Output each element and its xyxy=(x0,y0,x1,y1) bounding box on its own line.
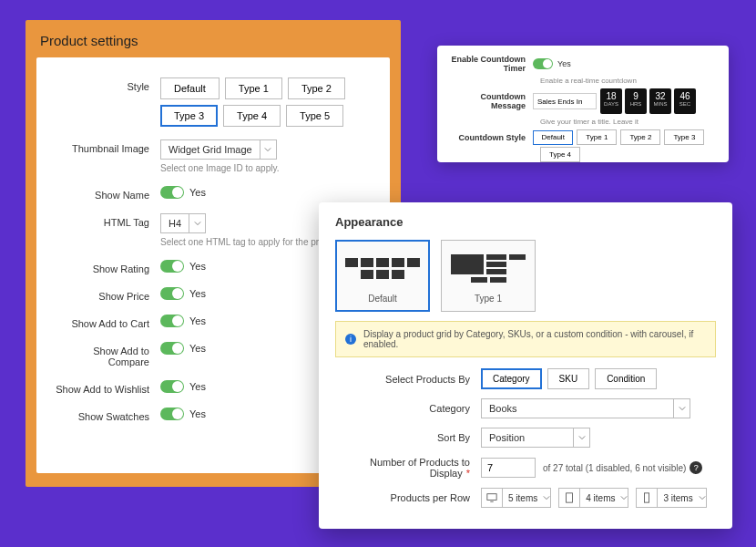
countdown-style-type4[interactable]: Type 4 xyxy=(540,147,580,162)
show-wishlist-label: Show Add to Wishlist xyxy=(53,380,160,395)
svg-rect-2 xyxy=(645,493,649,502)
countdown-message-label: Countdown Message xyxy=(446,92,533,110)
enable-countdown-help: Enable a real-time countdown xyxy=(540,77,716,85)
per-row-label: Products per Row xyxy=(335,492,481,503)
per-row-desktop-select[interactable]: 5 items xyxy=(481,488,551,508)
show-swatches-label: Show Swatches xyxy=(53,408,160,422)
countdown-style-type3[interactable]: Type 3 xyxy=(664,129,704,145)
per-row-tablet-select[interactable]: 4 items xyxy=(558,488,628,508)
svg-rect-0 xyxy=(487,494,496,501)
sort-by-value: Position xyxy=(482,432,573,443)
thumbnail-select[interactable]: Widget Grid Image xyxy=(160,139,277,160)
show-cart-value: Yes xyxy=(189,315,206,326)
layout-type1-icon xyxy=(447,250,529,286)
countdown-message-help: Give your timer a title. Leave it xyxy=(540,118,716,126)
style-option-type4[interactable]: Type 4 xyxy=(223,105,281,127)
sort-by-select[interactable]: Position xyxy=(481,428,590,448)
countdown-style-type1[interactable]: Type 1 xyxy=(577,129,617,145)
num-products-label: Number of Products to Display* xyxy=(335,457,481,479)
style-option-type1[interactable]: Type 1 xyxy=(225,77,282,99)
style-option-type3[interactable]: Type 3 xyxy=(160,105,218,127)
show-rating-value: Yes xyxy=(189,261,206,272)
info-icon: i xyxy=(345,334,356,345)
show-name-toggle[interactable]: Yes xyxy=(160,186,373,199)
style-option-type2[interactable]: Type 2 xyxy=(288,77,345,99)
category-select[interactable]: Books xyxy=(481,398,690,418)
style-option-type5[interactable]: Type 5 xyxy=(286,105,343,127)
chevron-down-icon xyxy=(573,428,589,447)
countdown-timer-preview: 18DAYS 9HRS 32MINS 46SEC xyxy=(600,88,696,114)
appearance-tile-type1-label: Type 1 xyxy=(447,294,529,304)
appearance-title: Appearance xyxy=(335,215,732,229)
select-products-by-label: Select Products By xyxy=(335,374,481,385)
style-label: Style xyxy=(53,77,160,92)
appearance-info-text: Display a product grid by Category, SKUs… xyxy=(363,329,706,349)
enable-countdown-toggle[interactable] xyxy=(533,58,553,69)
num-products-input[interactable] xyxy=(481,458,536,478)
style-option-default[interactable]: Default xyxy=(160,77,220,99)
chevron-down-icon xyxy=(189,214,205,232)
chevron-down-icon xyxy=(699,492,706,503)
countdown-style-default[interactable]: Default xyxy=(533,130,573,145)
countdown-days: 18DAYS xyxy=(600,88,622,114)
countdown-style-type2[interactable]: Type 2 xyxy=(620,129,660,145)
per-row-desktop-value: 5 items xyxy=(503,493,543,503)
product-settings-title: Product settings xyxy=(40,33,390,48)
countdown-sec: 46SEC xyxy=(674,88,696,114)
category-value: Books xyxy=(482,403,673,414)
show-swatches-value: Yes xyxy=(189,408,206,419)
per-row-mobile-select[interactable]: 3 items xyxy=(636,488,706,508)
enable-countdown-value: Yes xyxy=(557,59,571,68)
sort-by-label: Sort By xyxy=(335,432,481,443)
style-button-group: Default Type 1 Type 2 Type 3 Type 4 Type… xyxy=(160,77,373,127)
html-tag-label: HTML Tag xyxy=(53,213,160,228)
help-icon[interactable]: ? xyxy=(690,461,702,474)
html-tag-value: H4 xyxy=(161,218,189,229)
appearance-tile-default[interactable]: Default xyxy=(335,240,430,312)
show-price-label: Show Price xyxy=(53,287,160,302)
num-products-hint: of 27 total (1 disabled, 6 not visible) … xyxy=(543,461,702,474)
show-rating-label: Show Rating xyxy=(53,260,160,274)
enable-countdown-label: Enable Countdown Timer xyxy=(446,55,533,73)
appearance-info-banner: i Display a product grid by Category, SK… xyxy=(335,321,716,357)
countdown-style-label: Countdown Style xyxy=(446,133,533,142)
appearance-tile-type1[interactable]: Type 1 xyxy=(441,240,536,312)
tablet-icon xyxy=(559,489,580,507)
show-compare-label: Show Add to Compare xyxy=(53,342,160,367)
show-compare-value: Yes xyxy=(189,343,206,354)
select-by-sku[interactable]: SKU xyxy=(547,368,590,389)
chevron-down-icon xyxy=(620,492,628,503)
grid-icon xyxy=(342,250,424,286)
show-name-label: Show Name xyxy=(53,186,160,201)
show-wishlist-value: Yes xyxy=(189,381,206,392)
desktop-icon xyxy=(482,489,503,507)
html-tag-select[interactable]: H4 xyxy=(160,213,206,233)
appearance-panel: Appearance Default Type 1 i Display a pr… xyxy=(319,202,732,529)
category-label: Category xyxy=(335,403,481,414)
thumbnail-value: Widget Grid Image xyxy=(161,144,260,155)
svg-rect-1 xyxy=(567,493,573,502)
chevron-down-icon xyxy=(673,399,690,418)
thumbnail-label: Thumbnail Image xyxy=(53,139,160,154)
countdown-hrs: 9HRS xyxy=(625,88,647,114)
show-cart-label: Show Add to Cart xyxy=(53,315,160,329)
select-by-condition[interactable]: Condition xyxy=(595,368,657,389)
show-name-value: Yes xyxy=(189,187,206,198)
countdown-message-input[interactable] xyxy=(533,93,597,109)
countdown-mins: 32MINS xyxy=(649,88,671,114)
thumbnail-help: Select one Image ID to apply. xyxy=(160,163,373,173)
select-by-category[interactable]: Category xyxy=(481,368,542,389)
mobile-icon xyxy=(637,489,658,507)
chevron-down-icon xyxy=(260,140,276,159)
chevron-down-icon xyxy=(543,492,550,503)
countdown-panel: Enable Countdown Timer Yes Enable a real… xyxy=(437,46,729,162)
per-row-mobile-value: 3 items xyxy=(658,493,698,503)
appearance-tile-default-label: Default xyxy=(342,294,424,304)
show-price-value: Yes xyxy=(189,288,206,299)
per-row-tablet-value: 4 items xyxy=(580,493,620,503)
